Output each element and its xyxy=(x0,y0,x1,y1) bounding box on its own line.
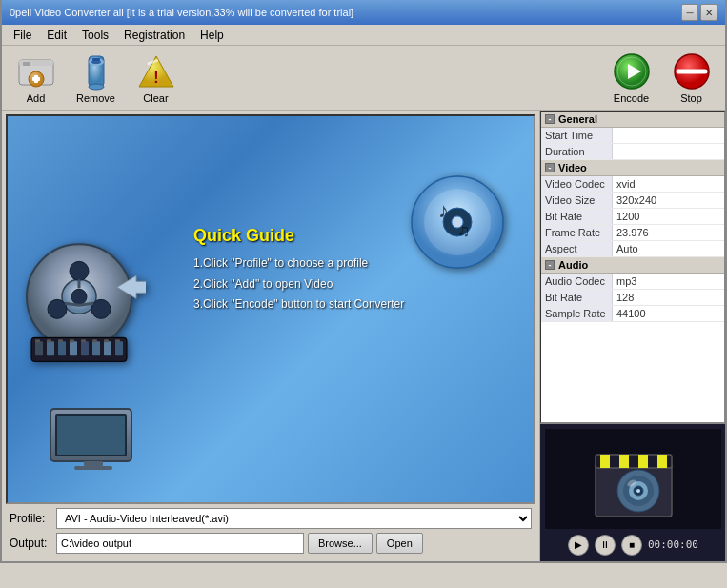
svg-rect-62 xyxy=(657,455,667,468)
svg-text:♫: ♫ xyxy=(457,221,471,240)
svg-rect-55 xyxy=(84,461,103,466)
stop-button[interactable]: Stop xyxy=(665,49,717,108)
output-row: Output: Browse... Open xyxy=(10,533,532,554)
profile-select[interactable]: AVI - Audio-Video Interleaved(*.avi) xyxy=(56,508,532,529)
pause-button[interactable]: ⏸ xyxy=(595,535,616,556)
svg-rect-44 xyxy=(115,339,120,342)
title-bar-buttons: ─ ✕ xyxy=(681,4,717,21)
profile-label: Profile: xyxy=(10,512,52,525)
properties-panel: - General Start Time Duration - Video xyxy=(540,111,725,423)
audio-section-header: - Audio xyxy=(541,257,724,274)
menu-file[interactable]: File xyxy=(6,27,39,44)
frame-rate-row: Frame Rate 23.976 xyxy=(541,225,724,241)
menu-tools[interactable]: Tools xyxy=(74,27,116,44)
guide-steps: 1.Click "Profile" to choose a profile 2.… xyxy=(193,253,404,315)
svg-rect-2 xyxy=(23,62,30,66)
svg-rect-40 xyxy=(70,339,74,342)
video-collapse-icon[interactable]: - xyxy=(545,163,555,172)
browse-button[interactable]: Browse... xyxy=(308,533,373,554)
quick-guide: ♪ ♫ Quick Guide 1.Click "Profile" to cho… xyxy=(8,116,534,502)
output-label: Output: xyxy=(10,537,52,550)
svg-rect-29 xyxy=(35,341,43,355)
audio-codec-label: Audio Codec xyxy=(541,274,613,289)
svg-rect-54 xyxy=(57,416,125,455)
tv-icon xyxy=(46,404,141,483)
svg-rect-56 xyxy=(74,466,112,470)
general-section-label: General xyxy=(558,113,597,125)
add-button[interactable]: Add xyxy=(10,49,62,108)
audio-section-label: Audio xyxy=(558,259,588,271)
music-icon: ♪ ♫ xyxy=(410,174,505,273)
aspect-label: Aspect xyxy=(541,241,613,256)
svg-rect-37 xyxy=(35,339,40,342)
video-codec-row: Video Codec xvid xyxy=(541,176,724,193)
title-bar: 0pell Video Converter all [It is a trial… xyxy=(2,0,725,25)
encode-icon xyxy=(613,52,651,91)
stop-label: Stop xyxy=(680,92,702,104)
audio-codec-value: mp3 xyxy=(613,274,724,289)
svg-point-23 xyxy=(91,299,111,318)
add-icon xyxy=(17,52,55,91)
sample-rate-label: Sample Rate xyxy=(541,306,613,321)
bit-rate-row: Bit Rate 1200 xyxy=(541,209,724,225)
close-button[interactable]: ✕ xyxy=(700,4,717,21)
guide-step-3: 3.Click "Encode" button to start Convert… xyxy=(193,294,404,315)
svg-rect-33 xyxy=(81,341,89,355)
play-button[interactable]: ▶ xyxy=(568,535,589,556)
media-player: ▶ ⏸ ■ 00:00:00 xyxy=(540,423,725,561)
svg-rect-43 xyxy=(104,339,109,342)
output-input[interactable] xyxy=(56,533,304,554)
menu-bar: File Edit Tools Registration Help xyxy=(2,25,725,46)
media-preview xyxy=(545,429,721,529)
minimize-button[interactable]: ─ xyxy=(681,4,698,21)
frame-rate-label: Frame Rate xyxy=(541,225,613,240)
svg-point-21 xyxy=(71,289,87,304)
video-section-label: Video xyxy=(558,162,587,173)
start-time-value xyxy=(613,128,724,143)
audio-bitrate-row: Bit Rate 128 xyxy=(541,290,724,306)
guide-title: Quick Guide xyxy=(193,226,404,246)
sample-rate-value: 44100 xyxy=(613,306,724,321)
svg-rect-39 xyxy=(58,339,63,342)
guide-step-2: 2.Click "Add" to open Video xyxy=(193,274,404,295)
svg-rect-28 xyxy=(31,337,127,361)
preview-area: ♪ ♫ Quick Guide 1.Click "Profile" to cho… xyxy=(6,114,535,504)
frame-rate-value: 23.976 xyxy=(613,225,724,240)
video-codec-label: Video Codec xyxy=(541,176,613,192)
clear-label: Clear xyxy=(143,92,168,104)
stop-icon xyxy=(673,52,711,91)
svg-rect-30 xyxy=(47,341,54,355)
svg-rect-31 xyxy=(58,341,66,355)
guide-step-1: 1.Click "Profile" to choose a profile xyxy=(193,253,404,274)
right-panel: - General Start Time Duration - Video xyxy=(539,111,725,561)
menu-help[interactable]: Help xyxy=(192,27,232,44)
clear-button[interactable]: ! Clear xyxy=(130,49,182,108)
general-collapse-icon[interactable]: - xyxy=(545,114,555,124)
clear-icon: ! xyxy=(137,52,175,91)
audio-codec-row: Audio Codec mp3 xyxy=(541,274,724,290)
svg-rect-32 xyxy=(70,341,77,355)
aspect-row: Aspect Auto xyxy=(541,241,724,257)
open-button[interactable]: Open xyxy=(376,533,423,554)
svg-rect-36 xyxy=(115,341,123,355)
encode-button[interactable]: Encode xyxy=(605,49,657,108)
audio-collapse-icon[interactable]: - xyxy=(545,260,555,270)
menu-registration[interactable]: Registration xyxy=(116,27,192,44)
svg-rect-60 xyxy=(619,455,629,468)
sample-rate-row: Sample Rate 44100 xyxy=(541,306,724,322)
svg-rect-9 xyxy=(92,58,100,61)
menu-edit[interactable]: Edit xyxy=(39,27,74,44)
encode-label: Encode xyxy=(614,92,649,104)
aspect-value: Auto xyxy=(613,241,724,256)
video-section-header: - Video xyxy=(541,160,724,176)
clapperboard-icon xyxy=(586,436,681,521)
svg-point-10 xyxy=(89,84,104,90)
svg-line-26 xyxy=(79,303,93,305)
audio-bitrate-value: 128 xyxy=(613,290,724,305)
time-display: 00:00:00 xyxy=(648,538,698,551)
media-stop-button[interactable]: ■ xyxy=(621,535,642,556)
svg-rect-5 xyxy=(32,77,40,81)
profile-row: Profile: AVI - Audio-Video Interleaved(*… xyxy=(10,508,532,529)
remove-button[interactable]: Remove xyxy=(70,49,122,108)
start-time-row: Start Time xyxy=(541,128,724,144)
